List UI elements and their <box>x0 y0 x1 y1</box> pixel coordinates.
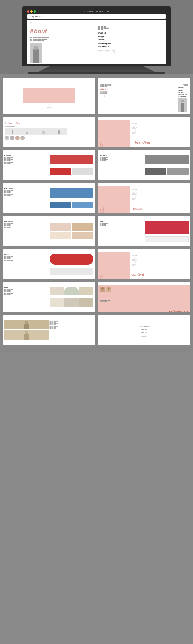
boom-title: Boom Inc. <box>100 221 144 222</box>
big-letter: b <box>98 141 130 147</box>
blas-text: ████ ████ ████ ████████ ████ ████████ ██… <box>4 256 49 261</box>
thumb-nav: ◂ —— —— ▸ <box>98 150 190 153</box>
divider <box>139 335 150 335</box>
nav-left: ◂ ▸ <box>30 21 32 23</box>
person-img-1 <box>4 320 49 329</box>
about-text-block: ████████ ████ ███████████████ ████ █████… <box>100 84 177 87</box>
macbook-frame: ADOBE INDESIGN Template.INDD ◂ ▸ ━━━━━━━… <box>22 6 171 74</box>
grid-row-2: ◂ —— —— ▸ Studio Team ████ ████ ████ ███… <box>3 117 190 147</box>
address-text: Template.INDD <box>29 15 44 18</box>
blas-content: blas Inc. ████ ████ ████ ████████ ████ █… <box>3 252 95 278</box>
person-img-2 <box>4 330 49 340</box>
big-c-letter: c <box>98 272 130 279</box>
testimonials-label: testimonials <box>100 309 188 312</box>
blas-title: blas Inc. <box>4 254 49 255</box>
testi-text: ████ ████ ████ ████████ ████ ████ <box>100 300 188 303</box>
page-thumb-cover[interactable]: ◂ ▸ ━━━━━━━━ <box>3 78 95 114</box>
content-label: content <box>131 272 144 276</box>
olive-img-5 <box>64 298 79 307</box>
address-bar[interactable]: Template.INDD <box>27 14 166 19</box>
thank-you-sub: ████ ████ <box>139 336 150 337</box>
dh-img-1 <box>50 223 71 231</box>
screen-about-title: About <box>30 26 95 36</box>
page-thumb-olive[interactable]: ◂ —— —— ▸ Olive ████ ████ ████ ████████ … <box>3 282 95 312</box>
thank-you-content: Thank you forworkingwith Us. ████ ████ <box>98 318 190 344</box>
screen-person-image <box>30 43 42 63</box>
close-button[interactable] <box>27 10 29 13</box>
screen-content: ◂ ▸ ━━━━━━━ ━━━━━━━ ▪ About ████ ███████… <box>27 20 166 64</box>
about-title-thumb: About <box>100 87 177 91</box>
team-member-4: ███ <box>20 136 25 141</box>
page-thumb-about[interactable]: ◂ —— —— ▸ ████████ ████ ███████████████ … <box>98 78 190 114</box>
page-thumb-blas-inc[interactable]: ◂ —— —— ▸ blas Inc. ████ ████ ████ █████… <box>3 249 95 279</box>
thumb-nav: ◂ —— —— ▸ <box>3 249 95 252</box>
branding-text: Boom, amtaefiam de arttaureum quinofugta… <box>132 123 188 134</box>
page-thumb-design-section[interactable]: ◂ ▸ d Boom, amtaefiam de arttaureum quin… <box>98 183 190 213</box>
member-name-4: ███ <box>20 141 25 141</box>
team-members: ███ ███ ███ ███ <box>5 136 93 141</box>
dh-images <box>50 223 94 239</box>
page-thumb-boom-inc[interactable]: ◂ —— —— ▸ Boom Inc. ████ ████ ████ █████… <box>98 216 190 246</box>
cd-text: ████ ████ ████ ████████ ████ ████████ ██… <box>4 190 49 196</box>
maximize-button[interactable] <box>34 10 36 13</box>
page-thumb-content-section[interactable]: ◂ ▸ c Boom, amtaefiam de arttaureum quin… <box>98 249 190 279</box>
lb-img-3 <box>167 168 189 175</box>
olive-title: Olive <box>4 287 49 288</box>
line-barber-content: Line Barber ████ ████ ████ ████████ ████… <box>98 153 190 179</box>
about-content: ████████ ████ ███████████████ ████ █████… <box>98 81 190 113</box>
olive-img-4 <box>50 298 64 307</box>
thumb-nav: ◂ —— —— ▸ <box>98 315 190 318</box>
about-right-text: ████ ████████████ <box>178 84 188 86</box>
cd-title: Craft Design <box>4 188 49 189</box>
dh-img-4 <box>72 232 93 239</box>
member-name-3: ███ <box>15 141 20 141</box>
studio-content: Studio Team ████ ████ ████ ████ <box>3 120 95 143</box>
page-thumb-people[interactable]: ◂ —— —— ▸ ████ ████ ████ ████████ ███ <box>3 315 95 345</box>
lb-title: Line Barber <box>100 155 144 156</box>
double-hazy-content: Double Hazy ████ ████ ████ ████████ ████… <box>3 219 95 245</box>
about-left: ████████ ████ ███████████████ ████ █████… <box>100 83 177 111</box>
thumb-nav: ◂ ▸ <box>3 78 95 81</box>
page-thumb-branding-section[interactable]: ◂ ▸ b Boom, amtaefiam de arttaureum quin… <box>98 117 190 147</box>
grid-row-3: ◂ —— —— ▸ b creative ████ ████ ████ ████… <box>3 150 190 180</box>
blas-img-2 <box>50 268 94 275</box>
dh-title: Double Hazy <box>4 221 49 222</box>
thumb-nav: ◂ —— —— ▸ <box>3 150 95 153</box>
nav-center: ━━━━━━━ ━━━━━━━ <box>91 21 103 23</box>
member-photo-3 <box>15 136 20 140</box>
product-left-blas: blas Inc. ████ ████ ████ ████████ ████ █… <box>4 254 49 277</box>
thumb-nav: ◂ —— —— ▸ <box>3 216 95 219</box>
team-member-1: ███ <box>5 136 9 141</box>
cover-content: ━━━━━━━━ <box>3 81 95 110</box>
page-thumb-thank-you[interactable]: ◂ —— —— ▸ Thank you forworkingwith Us. █… <box>98 315 190 345</box>
b-creative-content: b creative ████ ████ ████ ████████ ████ … <box>3 153 95 179</box>
lb-img-2 <box>145 168 167 175</box>
testimonials-content: ████ ████ ████ ████████ ████ ████ testim… <box>98 285 190 312</box>
blas-images <box>50 254 94 277</box>
thumb-nav: ◂ ▸ <box>98 282 190 285</box>
product-left-cd: Craft Design ████ ████ ████ ████████ ███… <box>4 188 49 211</box>
page-thumb-craft-design[interactable]: ◂ —— —— ▸ Craft Design ████ ████ ████ ██… <box>3 183 95 213</box>
boom-img-2 <box>145 236 189 242</box>
page-thumb-line-barber[interactable]: ◂ —— —— ▸ Line Barber ████ ████ ████ ███… <box>98 150 190 180</box>
studio-desc: ████ ████ ████ ████ <box>5 126 93 127</box>
boom-img-1 <box>145 221 189 234</box>
page-thumb-studio-team[interactable]: ◂ —— —— ▸ Studio Team ████ ████ ████ ███… <box>3 117 95 147</box>
macbook-screen: ◂ ▸ ━━━━━━━ ━━━━━━━ ▪ About ████ ███████… <box>27 20 166 64</box>
services-list: branding —design —content —marketing —e-… <box>178 87 188 98</box>
boom-text: ████ ████ ████ ████████ ████ ████████ ██… <box>100 223 144 226</box>
nav-right: ▪ <box>162 21 163 23</box>
pages-grid: ◂ ▸ ━━━━━━━━ ◂ —— —— ▸ ████████ ████ ███… <box>0 74 193 352</box>
content-pink-half: c <box>98 252 130 279</box>
dh-text: ████ ████ ████ ████████ ████ ████████ ██… <box>4 223 49 228</box>
minimize-button[interactable] <box>30 10 33 13</box>
product-text: ████ ████ ████ ████████ ████ ████████ ██… <box>4 157 49 164</box>
grid-row-4: ◂ —— —— ▸ Craft Design ████ ████ ████ ██… <box>3 183 190 213</box>
boom-images <box>145 221 189 244</box>
testi-photo-2 <box>106 287 111 292</box>
pink-block <box>23 88 75 103</box>
page-thumb-b-creative[interactable]: ◂ —— —— ▸ b creative ████ ████ ████ ████… <box>3 150 95 180</box>
olive-img-2 <box>64 287 79 295</box>
page-thumb-double-hazy[interactable]: ◂ —— —— ▸ Double Hazy ████ ████ ████ ███… <box>3 216 95 246</box>
page-thumb-testimonials-section[interactable]: ◂ ▸ ████ ████ ████ ████████ ████ ████ te… <box>98 282 190 312</box>
